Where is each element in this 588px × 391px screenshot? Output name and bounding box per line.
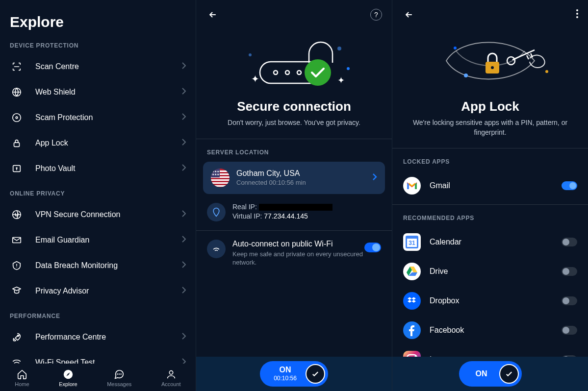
nav-messages[interactable]: Messages <box>107 368 131 387</box>
chevron-right-icon <box>182 113 186 122</box>
svg-point-14 <box>169 371 173 374</box>
svg-rect-30 <box>211 182 230 184</box>
menu-item-label: Privacy Advisor <box>35 287 182 295</box>
applock-on-toggle[interactable]: ON <box>459 361 522 387</box>
nav-home[interactable]: Home <box>15 368 29 387</box>
menu-item-privacy-advisor[interactable]: Privacy Advisor <box>0 278 196 304</box>
svg-point-42 <box>545 70 548 73</box>
app-name-label: Dropbox <box>430 296 562 305</box>
app-row-dropbox: Dropbox <box>392 286 588 316</box>
svg-point-21 <box>274 71 278 74</box>
bottom-nav: Home Explore Messages Account <box>0 364 196 391</box>
breach-icon <box>10 259 24 272</box>
menu-item-scan-centre[interactable]: Scan Centre <box>0 54 196 79</box>
screen-subtitle: We're locking sensitive apps with a PIN,… <box>392 118 588 137</box>
svg-point-49 <box>403 263 421 280</box>
svg-point-36 <box>576 13 578 15</box>
chevron-right-icon <box>182 210 186 219</box>
menu-item-app-lock[interactable]: App Lock <box>0 130 196 156</box>
svg-point-40 <box>491 66 494 69</box>
server-name: Gotham City, USA <box>236 169 372 178</box>
back-button[interactable] <box>402 8 416 22</box>
vpn-on-toggle[interactable]: ON 00:10:56 <box>260 361 328 387</box>
svg-point-35 <box>576 9 578 11</box>
svg-point-18 <box>347 67 350 70</box>
server-status: Connected 00:10:56 min <box>236 179 372 186</box>
app-row-gmail: Gmail <box>392 171 588 200</box>
app-row-facebook: Facebook <box>392 316 588 345</box>
svg-point-11 <box>117 374 118 374</box>
real-ip-label: Real IP: <box>232 203 257 211</box>
home-icon <box>16 368 28 380</box>
email-icon <box>10 233 24 247</box>
chevron-right-icon <box>182 164 186 173</box>
menu-item-scam-protection[interactable]: Scam Protection <box>0 105 196 130</box>
menu-item-email-guardian[interactable]: Email Guardian <box>0 227 196 253</box>
chevron-right-icon <box>182 236 186 244</box>
svg-point-23 <box>297 71 301 74</box>
auto-connect-toggle[interactable] <box>364 243 381 252</box>
facebook-app-icon <box>403 321 421 339</box>
ip-icon <box>207 203 226 221</box>
scam-icon <box>10 111 24 124</box>
globe-icon <box>10 85 24 99</box>
menu-item-photo-vault[interactable]: Photo Vault <box>0 156 196 181</box>
server-location-header: SERVER LOCATION <box>196 139 392 162</box>
drive-app-icon <box>403 263 421 280</box>
usa-flag-icon: ★★★ ★★★ <box>211 169 230 187</box>
vpn-icon <box>10 208 24 221</box>
svg-point-37 <box>576 16 578 18</box>
svg-rect-3 <box>14 143 20 147</box>
secure-connection-illustration: ✦ ✦ <box>196 22 392 95</box>
nav-explore[interactable]: Explore <box>59 368 77 387</box>
menu-item-label: VPN Secure Connection <box>35 210 182 219</box>
svg-point-19 <box>249 53 252 56</box>
chevron-right-icon <box>182 139 186 147</box>
menu-item-data-breach-monitoring[interactable]: Data Breach Monitoring <box>0 253 196 278</box>
compass-icon <box>62 368 74 380</box>
gmail-app-icon <box>403 177 421 195</box>
svg-rect-29 <box>211 179 230 181</box>
check-icon <box>499 364 519 384</box>
account-icon <box>165 368 177 380</box>
app-name-label: Drive <box>430 267 562 276</box>
more-menu-button[interactable] <box>576 9 578 20</box>
advisor-icon <box>10 284 24 298</box>
app-lock-toggle[interactable] <box>562 326 577 335</box>
help-button[interactable]: ? <box>370 9 382 21</box>
screen-subtitle: Don't worry, just browse. You've got pri… <box>196 118 392 128</box>
chevron-right-icon <box>182 88 186 97</box>
chevron-right-icon <box>182 62 186 71</box>
menu-item-label: App Lock <box>35 139 182 147</box>
section-header: ONLINE PRIVACY <box>0 190 196 202</box>
app-lock-toggle[interactable] <box>562 267 577 276</box>
menu-item-label: Performance Centre <box>35 333 182 342</box>
svg-point-50 <box>403 292 421 310</box>
svg-point-22 <box>285 71 289 74</box>
menu-item-web-shield[interactable]: Web Shield <box>0 79 196 105</box>
svg-point-24 <box>305 59 331 86</box>
app-lock-toggle[interactable] <box>562 238 577 246</box>
real-ip-redacted <box>259 204 332 211</box>
app-name-label: Gmail <box>430 181 562 190</box>
screen-title: Secure connection <box>196 99 392 114</box>
app-row-calendar: 31 Calendar <box>392 227 588 257</box>
app-name-label: Calendar <box>430 238 562 246</box>
rocket-icon <box>10 330 24 344</box>
menu-item-label: Scan Centre <box>35 62 182 71</box>
menu-item-performance-centre[interactable]: Performance Centre <box>0 324 196 350</box>
app-lock-toggle[interactable] <box>562 296 577 305</box>
scan-icon <box>10 60 24 73</box>
menu-item-vpn-secure-connection[interactable]: VPN Secure Connection <box>0 202 196 227</box>
lock-icon <box>10 136 24 150</box>
ip-info-row: Real IP: Virtual IP: 77.234.44.145 <box>196 194 392 230</box>
back-button[interactable] <box>206 8 220 22</box>
app-lock-toggle[interactable] <box>562 181 577 190</box>
svg-point-12 <box>119 374 120 374</box>
message-icon <box>113 368 125 380</box>
explore-panel: Explore DEVICE PROTECTION Scan Centre We… <box>0 0 196 391</box>
section-header: PERFORMANCE <box>0 313 196 324</box>
menu-item-label: Scam Protection <box>35 113 182 122</box>
nav-account[interactable]: Account <box>161 368 181 387</box>
server-location-row[interactable]: ★★★ ★★★ Gotham City, USA Connected 00:10… <box>203 162 385 194</box>
